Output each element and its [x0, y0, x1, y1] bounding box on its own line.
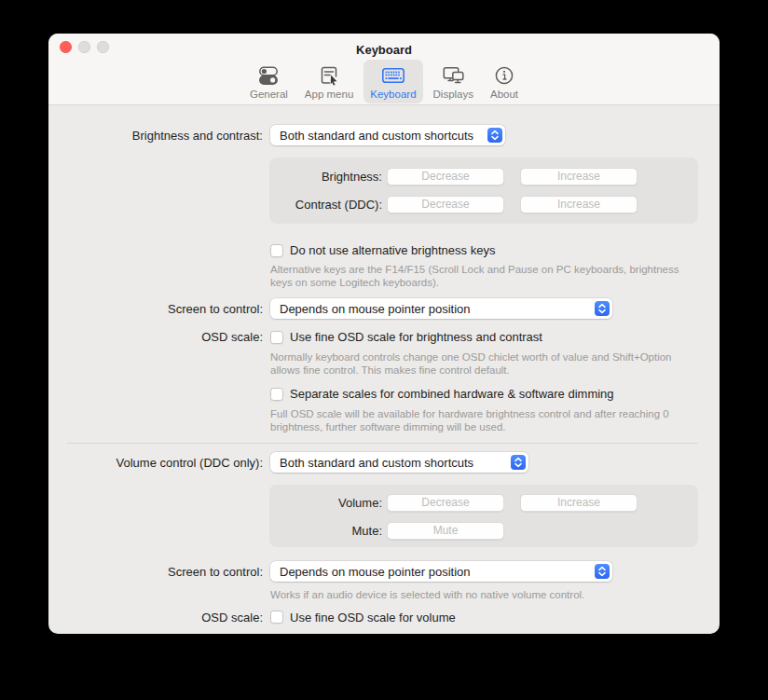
screen-control-value-1: Depends on mouse pointer position: [280, 302, 471, 316]
separate-scales-checkbox-label: Separate scales for combined hardware & …: [290, 387, 614, 401]
volume-label: Volume:: [269, 496, 382, 510]
alt-keys-checkbox[interactable]: [270, 244, 283, 257]
screen-control-help-wrap: Works if an audio device is selected wit…: [48, 589, 720, 602]
screen-control-value-2: Depends on mouse pointer position: [280, 565, 471, 579]
osd-scale-row-2: OSD scale: Use fine OSD scale for volume: [48, 611, 720, 625]
alt-keys-checkbox-label: Do not use alternative brightness keys: [290, 243, 495, 257]
brightness-label: Brightness:: [269, 170, 382, 184]
brightness-shortcuts-value: Both standard and custom shortcuts: [280, 129, 473, 143]
brightness-contrast-label: Brightness and contrast:: [48, 129, 263, 143]
tab-displays-label: Displays: [433, 89, 473, 100]
osd-fine-checkbox-2[interactable]: [270, 611, 283, 624]
tab-about[interactable]: About: [484, 60, 525, 103]
popup-chevrons-icon: [511, 455, 526, 470]
osd-scale-label-1: OSD scale:: [48, 330, 263, 344]
separate-scales-row: Separate scales for combined hardware & …: [48, 387, 720, 401]
screen-control-row-2: Screen to control: Depends on mouse poin…: [48, 561, 720, 582]
screen-control-help: Works if an audio device is selected wit…: [270, 589, 692, 602]
brightness-shortcuts-popup[interactable]: Both standard and custom shortcuts: [270, 125, 505, 145]
osd-fine-help: Normally keyboard controls change one OS…: [270, 351, 692, 377]
toggles-icon: [256, 64, 281, 87]
screen-control-label-2: Screen to control:: [48, 565, 263, 579]
desktop: { "window": { "title": "Keyboard" }, "to…: [0, 0, 768, 700]
preferences-window: Keyboard General: [48, 34, 720, 634]
volume-shortcuts-row: Volume control (DDC only): Both standard…: [48, 452, 720, 473]
brightness-shortcut-panel: Brightness: Decrease Increase Contrast (…: [269, 158, 698, 224]
contrast-decrease-button[interactable]: Decrease: [387, 196, 504, 213]
volume-shortcuts-popup[interactable]: Both standard and custom shortcuts: [270, 452, 528, 473]
osd-fine-checkbox-1[interactable]: [270, 331, 283, 344]
contrast-row: Contrast (DDC): Decrease Increase: [269, 196, 698, 213]
mute-button[interactable]: Mute: [387, 522, 504, 540]
screen-control-row-1: Screen to control: Depends on mouse poin…: [48, 298, 720, 319]
info-icon: [493, 64, 515, 87]
tab-app-menu-label: App menu: [305, 89, 353, 100]
alt-keys-help-wrap: Alternative keys are the F14/F15 (Scroll…: [48, 264, 720, 289]
contrast-label: Contrast (DDC):: [269, 198, 382, 212]
tab-general-label: General: [250, 89, 288, 100]
tab-keyboard[interactable]: Keyboard: [363, 60, 422, 103]
keyboard-pane: Brightness and contrast: Both standard a…: [48, 125, 720, 625]
brightness-row: Brightness: Decrease Increase: [269, 168, 698, 185]
screen-control-popup-2[interactable]: Depends on mouse pointer position: [270, 561, 612, 582]
separate-scales-checkbox[interactable]: [270, 388, 283, 401]
volume-shortcut-panel: Volume: Decrease Increase Mute: Mute: [269, 485, 698, 547]
volume-shortcuts-value: Both standard and custom shortcuts: [280, 456, 473, 470]
window-header: Keyboard General: [48, 34, 720, 105]
keyboard-icon: [380, 64, 406, 87]
app-menu-icon: [317, 64, 341, 87]
contrast-increase-button[interactable]: Increase: [520, 196, 638, 213]
brightness-shortcuts-row: Brightness and contrast: Both standard a…: [48, 125, 720, 145]
section-divider: [67, 443, 698, 444]
volume-increase-button[interactable]: Increase: [520, 494, 638, 512]
osd-scale-label-2: OSD scale:: [48, 611, 263, 625]
brightness-increase-button[interactable]: Increase: [520, 168, 638, 185]
osd-fine-checkbox-label-2: Use fine OSD scale for volume: [290, 611, 456, 625]
tab-app-menu[interactable]: App menu: [298, 60, 360, 103]
osd-scale-row-1: OSD scale: Use fine OSD scale for bright…: [48, 330, 720, 344]
tab-displays[interactable]: Displays: [427, 60, 480, 103]
window-title: Keyboard: [48, 34, 720, 60]
popup-chevrons-icon: [487, 128, 502, 143]
volume-row: Volume: Decrease Increase: [269, 494, 698, 512]
displays-icon: [440, 64, 466, 87]
osd-fine-help-wrap: Normally keyboard controls change one OS…: [48, 351, 720, 377]
tab-about-label: About: [490, 89, 518, 100]
osd-fine-checkbox-label-1: Use fine OSD scale for brightness and co…: [290, 330, 542, 344]
alt-keys-help: Alternative keys are the F14/F15 (Scroll…: [270, 264, 692, 289]
popup-chevrons-icon: [595, 301, 610, 316]
tab-keyboard-label: Keyboard: [370, 89, 416, 100]
brightness-decrease-button[interactable]: Decrease: [387, 168, 504, 185]
volume-decrease-button[interactable]: Decrease: [387, 494, 504, 512]
toolbar: General App menu: [48, 60, 720, 104]
alt-keys-row: Do not use alternative brightness keys: [48, 243, 720, 257]
separate-scales-help-wrap: Full OSD scale will be available for har…: [48, 408, 720, 433]
separate-scales-help: Full OSD scale will be available for har…: [270, 408, 692, 433]
screen-control-label-1: Screen to control:: [48, 302, 263, 316]
volume-control-label: Volume control (DDC only):: [48, 456, 263, 470]
screen-control-popup-1[interactable]: Depends on mouse pointer position: [270, 298, 612, 319]
tab-general[interactable]: General: [243, 60, 295, 103]
mute-row: Mute: Mute: [269, 522, 698, 540]
titlebar[interactable]: Keyboard: [48, 34, 720, 60]
mute-label: Mute:: [269, 524, 382, 538]
popup-chevrons-icon: [595, 564, 610, 579]
